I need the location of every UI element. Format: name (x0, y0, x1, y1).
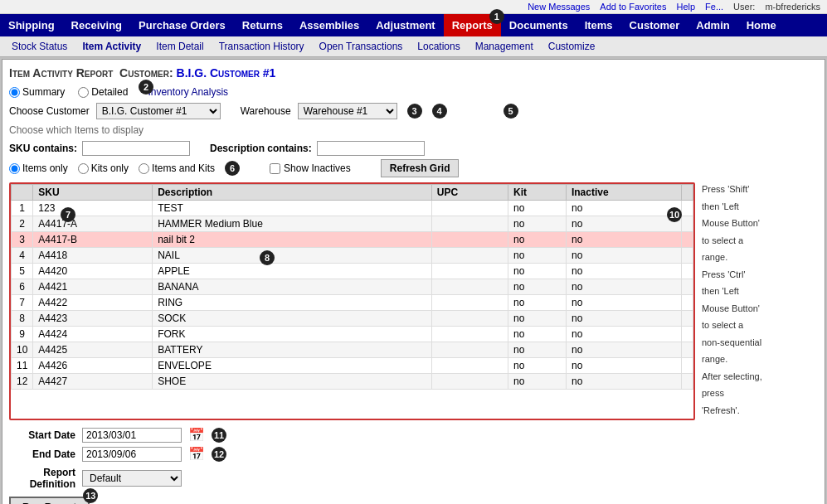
table-row[interactable]: 4 A4418 NAIL no no (12, 248, 693, 264)
nav-receiving[interactable]: Receiving (63, 14, 130, 36)
help-line-11: range. (702, 352, 818, 366)
items-show-row: Items only Kits only Items and Kits 6 Sh… (9, 159, 818, 177)
row-inactive: no (566, 232, 681, 248)
nav-assemblies[interactable]: Assemblies (291, 14, 367, 36)
subnav-customize[interactable]: Customize (542, 39, 602, 54)
row-scroll-spacer (682, 374, 693, 390)
help-line-6: Press 'Ctrl' (702, 268, 818, 282)
kits-only-label[interactable]: Kits only (78, 162, 129, 174)
table-row[interactable]: 1 123 TEST no no (12, 201, 693, 216)
show-inactives-label[interactable]: Show Inactives (270, 162, 351, 174)
refresh-grid-button[interactable]: Refresh Grid (381, 159, 460, 177)
balloon-7: 7 (61, 207, 75, 222)
help-line-14: 'Refresh'. (702, 404, 818, 418)
warehouse-select[interactable]: Warehouse #1 (298, 103, 397, 119)
items-and-kits-label[interactable]: Items and Kits (139, 162, 215, 174)
row-desc: ENVELOPE (153, 358, 432, 374)
help-line-8: Mouse Button' (702, 302, 818, 316)
row-scroll-spacer (682, 327, 693, 342)
balloon-5: 5 (503, 104, 518, 119)
row-desc: FORK (153, 327, 432, 342)
table-row[interactable]: 11 A4426 ENVELOPE no no (12, 358, 693, 374)
subnav-stock-status[interactable]: Stock Status (5, 39, 74, 54)
row-kit: no (508, 232, 567, 248)
feedback-link[interactable]: Fe... (705, 2, 723, 12)
nav-shipping[interactable]: Shipping (0, 14, 63, 36)
items-only-label[interactable]: Items only (9, 162, 68, 174)
table-row[interactable]: 3 A4417-B nail bit 2 no no (12, 232, 693, 248)
desc-section: Description contains: (210, 141, 425, 156)
kits-only-radio[interactable] (78, 163, 89, 174)
table-row[interactable]: 9 A4424 FORK no no (12, 327, 693, 342)
row-desc: SOCK (153, 311, 432, 327)
table-row[interactable]: 5 A4420 APPLE no no (12, 264, 693, 279)
sku-input[interactable] (82, 141, 190, 156)
summary-radio[interactable] (9, 87, 20, 98)
new-messages-link[interactable]: New Messages (528, 2, 590, 12)
end-date-input[interactable]: 2013/09/06 (82, 447, 182, 462)
nav-home[interactable]: Home (738, 14, 785, 36)
customer-select[interactable]: B.I.G. Customer #1 (96, 103, 221, 119)
nav-customer[interactable]: Customer (621, 14, 688, 36)
detailed-radio-label[interactable]: Detailed (78, 86, 128, 98)
help-line-3: Mouse Button' (702, 216, 818, 230)
nav-purchase-orders[interactable]: Purchase Orders (130, 14, 234, 36)
row-inactive: no (566, 264, 681, 279)
customer-warehouse-row: Choose Customer B.I.G. Customer #1 Wareh… (9, 103, 818, 119)
table-row[interactable]: 12 A4427 SHOE no no (12, 374, 693, 390)
col-kit: Kit (508, 185, 567, 201)
col-sku: SKU (33, 185, 153, 201)
table-row[interactable]: 10 A4425 BATTERY no no (12, 342, 693, 358)
nav-admin[interactable]: Admin (688, 14, 737, 36)
table-row[interactable]: 2 A4417-A HAMMER Medium Blue no no (12, 216, 693, 232)
show-inactives-checkbox[interactable] (270, 163, 280, 174)
table-row[interactable]: 7 A4422 RING no no (12, 295, 693, 311)
subnav-item-activity[interactable]: Item Activity (75, 39, 148, 54)
row-num: 10 (12, 342, 33, 358)
col-num (12, 185, 33, 201)
detailed-radio[interactable] (78, 87, 89, 98)
choose-customer-label: Choose Customer (9, 105, 90, 117)
items-and-kits-radio[interactable] (139, 163, 149, 174)
inventory-analysis-link[interactable]: Inventory Analysis (148, 86, 228, 98)
subnav-locations[interactable]: Locations (411, 39, 466, 54)
start-date-label: Start Date (9, 429, 75, 441)
nav-documents[interactable]: Documents (501, 14, 576, 36)
end-date-calendar-button[interactable]: 📅 (188, 446, 205, 462)
items-only-radio[interactable] (9, 163, 20, 174)
run-report-button[interactable]: Run Report (9, 497, 90, 504)
row-upc (431, 374, 508, 390)
nav-returns[interactable]: Returns (234, 14, 291, 36)
subnav-open-transactions[interactable]: Open Transactions (313, 39, 410, 54)
start-date-input[interactable]: 2013/03/01 (82, 428, 182, 443)
report-def-select[interactable]: Default (82, 470, 182, 487)
help-link[interactable]: Help (676, 2, 695, 12)
row-upc (431, 279, 508, 295)
desc-input[interactable] (317, 141, 425, 156)
row-sku: A4420 (33, 264, 153, 279)
balloon-3: 3 (407, 104, 422, 119)
subnav-management[interactable]: Management (469, 39, 540, 54)
row-desc: nail bit 2 (153, 232, 432, 248)
grid-area: SKU Description UPC Kit Inactive 1 123 T… (9, 182, 818, 420)
table-row[interactable]: 6 A4421 BANANA no no (12, 279, 693, 295)
table-row[interactable]: 8 A4423 SOCK no no (12, 311, 693, 327)
row-upc (431, 342, 508, 358)
row-sku: A4426 (33, 358, 153, 374)
nav-items[interactable]: Items (576, 14, 621, 36)
summary-radio-label[interactable]: Summary (9, 86, 65, 98)
nav-adjustment[interactable]: Adjustment (367, 14, 444, 36)
nav-reports[interactable]: Reports 1 (444, 14, 501, 36)
top-bar: New Messages Add to Favorites Help Fe...… (0, 0, 827, 14)
row-upc (431, 264, 508, 279)
subnav-transaction-history[interactable]: Transaction History (212, 39, 311, 54)
row-inactive: no (566, 342, 681, 358)
row-num: 8 (12, 311, 33, 327)
sku-section: SKU contains: (9, 141, 190, 156)
start-date-calendar-button[interactable]: 📅 (188, 427, 205, 443)
row-num: 2 (12, 216, 33, 232)
help-line-7: then 'Left (702, 284, 818, 298)
subnav-item-detail[interactable]: Item Detail (149, 39, 210, 54)
add-to-favorites-link[interactable]: Add to Favorites (600, 2, 666, 12)
row-inactive: no (566, 295, 681, 311)
